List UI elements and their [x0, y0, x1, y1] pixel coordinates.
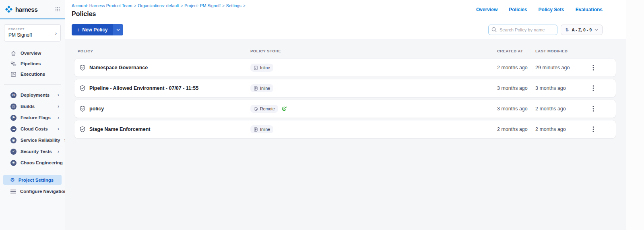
- row-menu-cell: [585, 84, 601, 93]
- column-header-last-modified: LAST MODIFIED: [535, 49, 585, 53]
- kebab-menu-icon[interactable]: [590, 125, 597, 134]
- sidebar-item-builds[interactable]: ◎Builds›: [0, 101, 65, 112]
- sidebar-item-deployments[interactable]: ↻Deployments›: [0, 89, 65, 101]
- shield-check-icon: [79, 85, 86, 91]
- sort-dropdown[interactable]: ⇅ A - Z, 0 - 9: [561, 25, 603, 35]
- new-policy-button[interactable]: + New Policy: [72, 24, 113, 35]
- breadcrumb-link[interactable]: Organizations: default: [138, 3, 179, 8]
- table-row[interactable]: Stage Name EnforcementInline2 months ago…: [74, 120, 616, 138]
- main-panel: Account: Harness Product Team>Organizati…: [65, 0, 626, 230]
- toolbar: + New Policy ⇅ A - Z, 0 - 9: [65, 20, 626, 40]
- column-header-policy-store: POLICY STORE: [250, 49, 497, 53]
- kebab-menu-icon[interactable]: [590, 63, 597, 72]
- chevron-right-icon: ›: [58, 149, 59, 154]
- sidebar-item-overview[interactable]: Overview: [0, 48, 65, 58]
- policy-store-cell: Inline: [250, 125, 497, 133]
- project-name: PM Signoff: [8, 32, 56, 38]
- row-menu-cell: [585, 104, 601, 113]
- table-row[interactable]: Pipeline - Allowed Environment - 07/07 -…: [74, 79, 616, 97]
- last-modified-cell: 3 months ago: [535, 85, 585, 91]
- store-badge-inline: Inline: [250, 125, 273, 133]
- plus-icon: +: [76, 27, 80, 33]
- sidebar-item-label: Service Reliability: [21, 138, 60, 143]
- sidebar-item-cloud-costs[interactable]: ☁Cloud Costs›: [0, 123, 65, 135]
- sort-arrows-icon: ⇅: [565, 28, 569, 32]
- sidebar-item-service-reliability[interactable]: ◉Service Reliability›: [0, 135, 65, 146]
- column-header-created-at: CREATED AT: [497, 49, 535, 53]
- last-modified-cell: 2 months ago: [535, 106, 585, 112]
- new-policy-dropdown-button[interactable]: [113, 24, 123, 35]
- inline-file-icon: [254, 86, 258, 91]
- shield-check-icon: [79, 106, 86, 112]
- policy-cell: Stage Name Enforcement: [74, 126, 250, 133]
- sidebar-module-nav: ↻Deployments›◎Builds›⚑Feature Flags›☁Clo…: [0, 89, 65, 168]
- kebab-menu-icon[interactable]: [590, 104, 597, 113]
- logo-text: harness: [15, 6, 37, 13]
- sidebar-item-label: Security Tests: [21, 149, 52, 154]
- chevron-right-icon: ›: [55, 30, 57, 36]
- new-policy-split-button: + New Policy: [72, 24, 123, 35]
- project-selector[interactable]: PROJECT PM Signoff ›: [4, 24, 61, 41]
- sidebar-item-executions[interactable]: Executions: [0, 69, 65, 79]
- sidebar-top-nav: OverviewPipelinesExecutions: [0, 48, 65, 79]
- breadcrumb-link[interactable]: Settings: [226, 3, 242, 8]
- sidebar-item-label: Builds: [21, 104, 35, 109]
- project-label: PROJECT: [8, 27, 56, 31]
- policy-store-cell: Inline: [250, 64, 497, 72]
- executions-icon: [10, 71, 17, 77]
- header-nav-overview[interactable]: Overview: [476, 7, 497, 12]
- last-modified-cell: 2 months ago: [535, 126, 585, 132]
- store-badge-label: Inline: [260, 65, 270, 70]
- search-input[interactable]: [488, 25, 557, 35]
- inline-file-icon: [254, 127, 258, 132]
- breadcrumb-link[interactable]: Project: PM Signoff: [184, 3, 221, 8]
- breadcrumb-separator: >: [222, 4, 225, 8]
- policy-name: Namespace Governance: [89, 65, 148, 70]
- gear-icon: ⚙: [10, 177, 15, 182]
- pipelines-icon: [10, 61, 17, 67]
- store-badge-label: Remote: [260, 106, 275, 111]
- header-nav-evaluations[interactable]: Evaluations: [576, 7, 603, 12]
- breadcrumb-separator: >: [243, 4, 246, 8]
- sort-label: A - Z, 0 - 9: [572, 27, 592, 32]
- builds-icon: ◎: [10, 104, 17, 110]
- sidebar-item-label: Executions: [21, 72, 45, 77]
- created-at-cell: 3 months ago: [497, 106, 535, 112]
- app-grid-icon[interactable]: [55, 7, 60, 12]
- table-row[interactable]: Namespace GovernanceInline2 months ago29…: [74, 59, 616, 77]
- sidebar-item-configure-navigation[interactable]: Configure Navigation: [0, 186, 65, 197]
- kebab-menu-icon[interactable]: [590, 84, 597, 93]
- store-badge-label: Inline: [260, 86, 270, 91]
- table-row[interactable]: policyRemote3 months ago2 months ago: [74, 100, 616, 118]
- sidebar-item-project-settings[interactable]: ⚙ Project Settings: [3, 175, 62, 185]
- header-nav-policies[interactable]: Policies: [509, 7, 527, 12]
- chevron-right-icon: ›: [58, 104, 59, 109]
- sidebar-item-label: Feature Flags: [21, 115, 51, 120]
- sidebar-item-security-tests[interactable]: ✓Security Tests›: [0, 146, 65, 157]
- store-badge-remote: Remote: [250, 105, 278, 113]
- remote-repo-icon: [254, 107, 258, 111]
- sidebar-item-label: Chaos Engineering: [21, 160, 63, 165]
- harness-logo-icon[interactable]: [5, 5, 13, 13]
- sidebar-header: harness: [0, 0, 65, 19]
- sidebar-item-feature-flags[interactable]: ⚑Feature Flags›: [0, 112, 65, 123]
- sidebar-item-label: Project Settings: [19, 178, 54, 182]
- active-module-indicator: [0, 19, 65, 19]
- shield-check-icon: [79, 64, 86, 71]
- header-nav: OverviewPoliciesPolicy SetsEvaluations: [476, 7, 603, 12]
- toolbar-right: ⇅ A - Z, 0 - 9: [488, 25, 603, 35]
- shield-check-icon: [79, 126, 86, 133]
- sidebar-item-chaos-engineering[interactable]: ✳Chaos Engineering›: [0, 157, 65, 168]
- sidebar-item-pipelines[interactable]: Pipelines: [0, 58, 65, 69]
- sidebar-item-label: Configure Navigation: [20, 189, 67, 194]
- feature-flags-icon: ⚑: [10, 115, 17, 121]
- search-icon: [491, 27, 497, 32]
- app-window: harness PROJECT PM Signoff › OverviewPip…: [0, 0, 644, 230]
- sidebar-item-label: Cloud Costs: [21, 126, 48, 131]
- breadcrumb-link[interactable]: Account: Harness Product Team: [72, 3, 132, 8]
- header-nav-policy-sets[interactable]: Policy Sets: [539, 7, 564, 12]
- policies-table: POLICY POLICY STORE CREATED AT LAST MODI…: [65, 40, 626, 230]
- service-reliability-icon: ◉: [10, 137, 17, 143]
- policy-cell: policy: [74, 106, 250, 112]
- policy-name: Stage Name Enforcement: [89, 126, 150, 132]
